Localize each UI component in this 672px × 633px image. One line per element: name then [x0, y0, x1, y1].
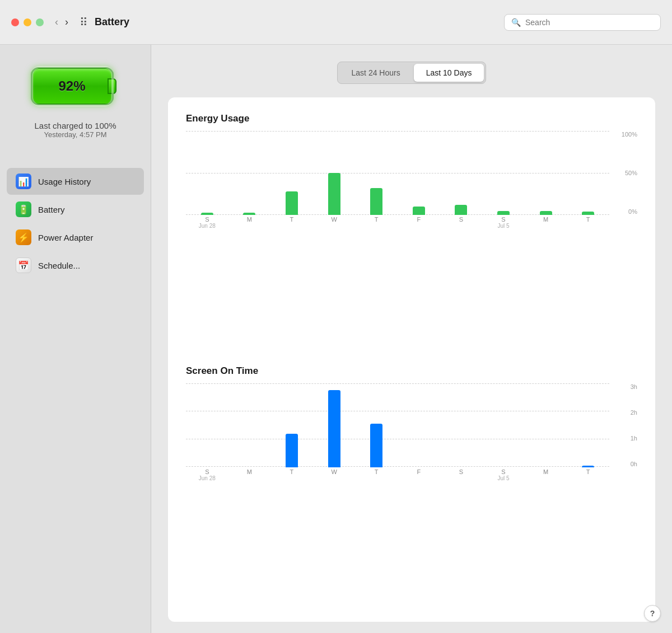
sidebar-item-battery[interactable]: 🔋 Battery: [7, 196, 144, 223]
energy-day-4: T: [375, 216, 379, 223]
energy-bar-group-4: [355, 131, 398, 215]
energy-x-label-0: SJun 28: [186, 215, 228, 232]
energy-bar-group-7: [482, 131, 525, 215]
energy-usage-section: Energy Usage 100% 50% 0% SJun 28MTWTFSSJ…: [186, 113, 637, 354]
help-button[interactable]: ?: [644, 605, 661, 622]
energy-date-0: Jun 28: [199, 223, 216, 229]
energy-x-label-4: T: [355, 215, 398, 232]
search-bar[interactable]: 🔍: [504, 14, 661, 31]
energy-bar-group-2: [270, 131, 313, 215]
battery-percentage: 92%: [58, 78, 85, 94]
energy-day-7: S: [501, 216, 505, 223]
battery-label: Battery: [38, 205, 65, 214]
power-adapter-icon: ⚡: [16, 229, 31, 245]
screen-bar-group-0: [186, 383, 228, 467]
screen-day-3: W: [331, 468, 337, 475]
screen-x-label-1: M: [228, 467, 271, 484]
energy-x-label-8: M: [525, 215, 567, 232]
screen-day-9: T: [586, 468, 590, 475]
search-icon: 🔍: [511, 18, 521, 27]
energy-usage-title: Energy Usage: [186, 113, 637, 124]
screen-bar-group-8: [525, 383, 567, 467]
energy-date-7: Jul 5: [497, 223, 509, 229]
energy-x-label-5: F: [398, 215, 440, 232]
screen-x-label-6: S: [440, 467, 483, 484]
screen-y-labels: 3h 2h 1h 0h: [612, 383, 637, 467]
nav-arrows: ‹ ›: [53, 15, 71, 29]
screen-x-label-4: T: [355, 467, 398, 484]
screen-x-label-7: SJul 5: [482, 467, 525, 484]
energy-bar-group-8: [525, 131, 567, 215]
energy-x-label-7: SJul 5: [482, 215, 525, 232]
screen-y-2h: 2h: [612, 409, 637, 416]
sidebar-nav: 📊 Usage History 🔋 Battery ⚡ Power Adapte…: [0, 168, 151, 279]
screen-bars: [186, 383, 609, 467]
energy-day-8: M: [543, 216, 548, 223]
screen-bar-group-1: [228, 383, 271, 467]
energy-bar-3: [328, 173, 340, 215]
energy-day-6: S: [459, 216, 463, 223]
energy-x-label-3: W: [313, 215, 356, 232]
battery-icon: 92%: [31, 62, 120, 112]
energy-day-9: T: [586, 216, 590, 223]
usage-history-label: Usage History: [38, 177, 91, 186]
sidebar-item-schedule[interactable]: 📅 Schedule...: [7, 252, 144, 279]
screen-bar-group-9: [567, 383, 609, 467]
energy-x-label-6: S: [440, 215, 483, 232]
energy-bar-group-0: [186, 131, 228, 215]
energy-x-label-2: T: [270, 215, 313, 232]
screen-day-7: S: [501, 468, 505, 475]
energy-bar-4: [370, 188, 382, 215]
grid-icon: ⠿: [80, 16, 88, 29]
screen-on-time-title: Screen On Time: [186, 365, 637, 377]
energy-bars: [186, 131, 609, 215]
forward-button[interactable]: ›: [63, 15, 71, 29]
energy-x-labels: SJun 28MTWTFSSJul 5MT: [186, 215, 609, 232]
y-label-50: 50%: [612, 170, 637, 176]
screen-bar-2: [286, 434, 298, 467]
screen-y-1h: 1h: [612, 435, 637, 442]
sidebar-item-usage-history[interactable]: 📊 Usage History: [7, 168, 144, 195]
schedule-icon: 📅: [16, 257, 31, 273]
right-panel: Last 24 Hours Last 10 Days Energy Usage …: [151, 45, 672, 633]
energy-bar-group-6: [440, 131, 483, 215]
last-charged-time: Yesterday, 4:57 PM: [35, 130, 116, 139]
y-label-100: 100%: [612, 131, 637, 138]
screen-bar-4: [370, 424, 382, 467]
y-label-0: 0%: [612, 208, 637, 215]
energy-day-1: M: [247, 216, 252, 223]
maximize-button[interactable]: [36, 18, 44, 26]
sidebar-item-power-adapter[interactable]: ⚡ Power Adapter: [7, 224, 144, 251]
tab-group: Last 24 Hours Last 10 Days: [337, 62, 487, 84]
back-button[interactable]: ‹: [53, 15, 60, 29]
screen-day-8: M: [543, 468, 548, 475]
energy-bar-8: [540, 211, 552, 215]
screen-bar-group-4: [355, 383, 398, 467]
tab-switcher: Last 24 Hours Last 10 Days: [168, 62, 655, 84]
window-controls: [11, 18, 44, 26]
screen-day-0: S: [205, 468, 209, 475]
energy-bar-7: [497, 211, 510, 215]
screen-bar-3: [328, 390, 340, 467]
energy-day-3: W: [331, 216, 337, 223]
screen-on-time-section: Screen On Time 3h 2h 1h 0h: [186, 365, 637, 607]
schedule-label: Schedule...: [38, 261, 80, 270]
battery-widget: 92% Last charged to 100% Yesterday, 4:57…: [31, 62, 120, 154]
screen-on-time-chart: 3h 2h 1h 0h SJun 28MTWTFSSJul 5MT: [186, 383, 637, 484]
tab-last-24-hours[interactable]: Last 24 Hours: [339, 64, 413, 82]
search-input[interactable]: [525, 18, 654, 27]
battery-body: 92%: [31, 67, 114, 105]
screen-x-label-2: T: [270, 467, 313, 484]
main-content: 92% Last charged to 100% Yesterday, 4:57…: [0, 45, 672, 633]
minimize-button[interactable]: [24, 18, 31, 26]
close-button[interactable]: [11, 18, 19, 26]
screen-bar-group-2: [270, 383, 313, 467]
usage-history-icon: 📊: [16, 174, 31, 189]
energy-bar-6: [455, 205, 467, 215]
screen-x-label-0: SJun 28: [186, 467, 228, 484]
energy-bar-group-5: [398, 131, 440, 215]
last-charged-label: Last charged to 100%: [35, 121, 116, 130]
screen-day-2: T: [290, 468, 294, 475]
screen-bar-group-6: [440, 383, 483, 467]
tab-last-10-days[interactable]: Last 10 Days: [414, 64, 484, 82]
